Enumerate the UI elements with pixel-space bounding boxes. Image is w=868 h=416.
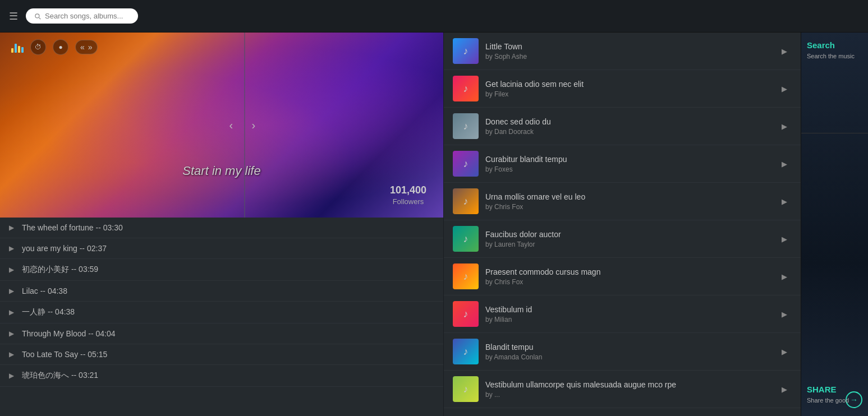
song-row[interactable]: ♪ Blandit tempu by Amanda Conlan ▶ xyxy=(444,333,801,371)
song-row[interactable]: ♪ Curabitur blandit tempu by Foxes ▶ xyxy=(444,145,801,183)
dot-button[interactable]: ● xyxy=(53,39,68,55)
sidebar-search-widget[interactable]: Search Search the music xyxy=(801,33,868,133)
song-name: Little Town xyxy=(485,42,777,51)
song-play-button[interactable]: ▶ xyxy=(777,345,792,358)
followers-label: Followers xyxy=(393,197,424,206)
song-artist: by Amanda Conlan xyxy=(485,353,777,361)
song-row[interactable]: ♪ Get lacinia odio sem nec elit by Filex… xyxy=(444,70,801,108)
track-title: Through My Blood -- 04:04 xyxy=(22,329,434,338)
song-name: Vestibulum id xyxy=(485,305,777,314)
eq-bar-4 xyxy=(21,47,24,53)
song-details: Donec sed odio du by Dan Doorack xyxy=(485,117,777,136)
playlist-item[interactable]: ▶ Lilac -- 04:38 xyxy=(0,281,443,302)
song-name: Faucibus dolor auctor xyxy=(485,230,777,239)
song-thumbnail: ♪ xyxy=(453,264,479,289)
thumb-placeholder: ♪ xyxy=(453,226,479,252)
main-content: ⏱ ● « » Start in my life ‹ › 101,400 Fol… xyxy=(0,33,868,416)
song-thumbnail: ♪ xyxy=(453,339,479,364)
sidebar-search-desc: Search the music xyxy=(807,52,862,61)
playlist-item[interactable]: ▶ Through My Blood -- 04:04 xyxy=(0,323,443,344)
track-title: 一人静 -- 04:38 xyxy=(22,307,434,317)
play-icon: ▶ xyxy=(9,266,14,274)
search-input[interactable] xyxy=(45,12,123,20)
song-thumbnail: ♪ xyxy=(453,113,479,139)
song-name: Vestibulum ullamcorpe quis malesuada aug… xyxy=(485,380,777,389)
playlist-item[interactable]: ▶ Too Late To Say -- 05:15 xyxy=(0,344,443,365)
song-artist: by Filex xyxy=(485,90,777,98)
song-details: Blandit tempu by Amanda Conlan xyxy=(485,343,777,361)
song-play-button[interactable]: ▶ xyxy=(777,195,792,208)
playlist-item[interactable]: ▶ The wheel of fortune -- 03:30 xyxy=(0,218,443,238)
song-details: Get lacinia odio sem nec elit by Filex xyxy=(485,80,777,98)
song-row[interactable]: ♪ Praesent commodo cursus magn by Chris … xyxy=(444,258,801,295)
song-row[interactable]: ♪ Little Town by Soph Ashe ▶ xyxy=(444,33,801,70)
playlist-item[interactable]: ▶ 初恋的小美好 -- 03:59 xyxy=(0,259,443,281)
song-row[interactable]: ♪ Donec sed odio du by Dan Doorack ▶ xyxy=(444,108,801,145)
song-play-button[interactable]: ▶ xyxy=(777,233,792,246)
play-icon: ▶ xyxy=(9,224,14,232)
thumb-placeholder: ♪ xyxy=(453,264,479,289)
hero-section: ⏱ ● « » Start in my life ‹ › 101,400 Fol… xyxy=(0,33,443,218)
play-icon: ▶ xyxy=(9,330,14,338)
hero-title: Start in my life xyxy=(182,164,260,178)
sidebar-share-desc: Share the good xyxy=(807,396,862,405)
play-icon: ▶ xyxy=(9,244,14,252)
song-thumbnail: ♪ xyxy=(453,376,479,402)
song-thumbnail: ♪ xyxy=(453,38,479,64)
track-title: Too Late To Say -- 05:15 xyxy=(22,350,434,359)
hero-overlay xyxy=(0,33,443,218)
hamburger-menu[interactable]: ☰ xyxy=(9,10,18,22)
thumb-placeholder: ♪ xyxy=(453,76,479,101)
song-name: Curabitur blandit tempu xyxy=(485,155,777,164)
song-artist: by Soph Ashe xyxy=(485,53,777,61)
playlist-item[interactable]: ▶ you are my king -- 02:37 xyxy=(0,238,443,259)
song-artist: by Lauren Taylor xyxy=(485,241,777,248)
hero-split-line xyxy=(244,33,245,218)
sidebar-share-widget[interactable]: SHARE Share the good xyxy=(801,377,868,416)
search-icon xyxy=(34,12,42,20)
song-name: Blandit tempu xyxy=(485,343,777,352)
thumb-placeholder: ♪ xyxy=(453,301,479,327)
thumb-placeholder: ♪ xyxy=(453,188,479,214)
eq-bar-3 xyxy=(18,46,20,53)
song-name: Donec sed odio du xyxy=(485,117,777,126)
song-row[interactable]: ♪ Vestibulum id by Milian ▶ xyxy=(444,295,801,333)
song-row[interactable]: ♪ Faucibus dolor auctor by Lauren Taylor… xyxy=(444,220,801,258)
global-search-bar[interactable] xyxy=(26,8,138,24)
song-thumbnail: ♪ xyxy=(453,151,479,177)
far-right-sidebar: Search Search the music → SHARE Share th… xyxy=(801,33,868,416)
clock-button[interactable]: ⏱ xyxy=(30,39,46,55)
song-play-button[interactable]: ▶ xyxy=(777,158,792,170)
song-thumbnail: ♪ xyxy=(453,226,479,252)
song-list-panel: ♪ Little Town by Soph Ashe ▶ ♪ Get lacin… xyxy=(443,33,801,416)
eq-bar-2 xyxy=(15,44,17,53)
song-play-button[interactable]: ▶ xyxy=(777,308,792,321)
play-icon: ▶ xyxy=(9,308,14,316)
track-title: 初恋的小美好 -- 03:59 xyxy=(22,265,434,275)
song-row[interactable]: ♪ Vestibulum ullamcorpe quis malesuada a… xyxy=(444,371,801,408)
skip-controls[interactable]: « » xyxy=(75,40,98,54)
left-panel: ⏱ ● « » Start in my life ‹ › 101,400 Fol… xyxy=(0,33,443,416)
song-details: Little Town by Soph Ashe xyxy=(485,42,777,61)
song-artist: by Foxes xyxy=(485,165,777,173)
hero-nav-left[interactable]: ‹ xyxy=(227,117,236,134)
song-play-button[interactable]: ▶ xyxy=(777,383,792,396)
song-name: Get lacinia odio sem nec elit xyxy=(485,80,777,89)
hero-nav-right[interactable]: › xyxy=(250,117,258,134)
track-title: Lilac -- 04:38 xyxy=(22,286,434,295)
playlist-item[interactable]: ▶ 一人静 -- 04:38 xyxy=(0,302,443,323)
song-row[interactable]: ♪ Urna mollis ornare vel eu leo by Chris… xyxy=(444,183,801,220)
forward-icon: » xyxy=(88,43,93,52)
song-details: Urna mollis ornare vel eu leo by Chris F… xyxy=(485,192,777,211)
song-thumbnail: ♪ xyxy=(453,301,479,327)
song-play-button[interactable]: ▶ xyxy=(777,45,792,58)
song-play-button[interactable]: ▶ xyxy=(777,82,792,95)
song-play-button[interactable]: ▶ xyxy=(777,270,792,283)
track-title: The wheel of fortune -- 03:30 xyxy=(22,223,434,232)
song-details: Vestibulum id by Milian xyxy=(485,305,777,323)
playlist-item[interactable]: ▶ 琥珀色の海へ -- 03:21 xyxy=(0,365,443,387)
song-play-button[interactable]: ▶ xyxy=(777,120,792,133)
song-artist: by Dan Doorack xyxy=(485,128,777,136)
hero-followers: 101,400 Followers xyxy=(390,184,426,206)
rewind-icon: « xyxy=(80,43,85,52)
